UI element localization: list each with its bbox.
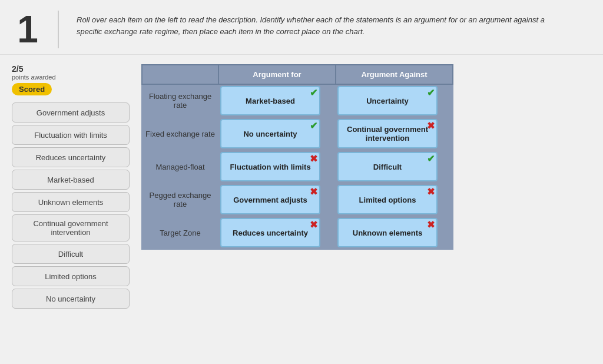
cell-content-fixed-against: Continual government intervention ✖	[337, 119, 438, 148]
cell-target-for[interactable]: Reduces uncertainty ✖	[218, 216, 336, 249]
drag-item-fluctuation-with-limits[interactable]: Fluctuation with limits	[12, 125, 130, 145]
row-label-floating: Floating exchange rate	[142, 84, 218, 117]
cell-text: Limited options	[359, 196, 416, 204]
table-row: Pegged exchange rate Government adjusts …	[142, 183, 453, 216]
cell-text: Government adjusts	[233, 196, 307, 204]
cell-pegged-against[interactable]: Limited options ✖	[336, 183, 453, 216]
cell-floating-for[interactable]: Market-based ✔	[218, 84, 336, 117]
points-label: points awarded	[12, 74, 130, 81]
correct-icon: ✔	[427, 154, 435, 164]
wrong-icon: ✖	[427, 121, 435, 131]
cell-content-managed-for: Fluctuation with limits ✖	[220, 152, 320, 181]
drag-item-government-adjusts[interactable]: Government adjusts	[12, 102, 130, 123]
cell-target-against[interactable]: Unknown elements ✖	[336, 216, 453, 249]
table-row: Fixed exchange rate No uncertainty ✔ Con…	[142, 117, 453, 150]
header: 1 Roll over each item on the left to rea…	[0, 0, 603, 55]
instruction-text: Roll over each item on the left to read …	[77, 11, 559, 37]
drag-item-limited-options[interactable]: Limited options	[12, 266, 130, 286]
col-header-arg-against: Argument Against	[336, 65, 453, 84]
cell-content-fixed-for: No uncertainty ✔	[220, 119, 320, 148]
score-area: 2/5 points awarded Scored	[12, 64, 130, 95]
right-panel: Argument for Argument Against Floating e…	[141, 64, 591, 342]
cell-text: No uncertainty	[243, 130, 297, 138]
row-label-fixed: Fixed exchange rate	[142, 117, 218, 150]
main-content: 2/5 points awarded Scored Government adj…	[0, 55, 603, 351]
cell-fixed-for[interactable]: No uncertainty ✔	[218, 117, 336, 150]
drag-item-unknown-elements[interactable]: Unknown elements	[12, 192, 130, 212]
correct-icon: ✔	[427, 88, 435, 98]
cell-content-floating-for: Market-based ✔	[220, 86, 320, 115]
cell-pegged-for[interactable]: Government adjusts ✖	[218, 183, 336, 216]
cell-content-floating-against: Uncertainty ✔	[337, 86, 438, 115]
empty-header	[142, 65, 218, 84]
wrong-icon: ✖	[427, 187, 435, 197]
cell-content-managed-against: Difficult ✔	[337, 152, 438, 181]
drag-item-no-uncertainty[interactable]: No uncertainty	[12, 289, 130, 309]
col-header-arg-for: Argument for	[218, 65, 336, 84]
cell-managed-for[interactable]: Fluctuation with limits ✖	[218, 150, 336, 183]
drag-item-difficult[interactable]: Difficult	[12, 244, 130, 264]
cell-text: Continual government intervention	[344, 125, 430, 143]
cell-text: Reduces uncertainty	[233, 229, 308, 237]
correct-icon: ✔	[310, 121, 317, 131]
cell-text: Uncertainty	[366, 97, 409, 105]
cell-text: Difficult	[373, 163, 402, 171]
chart-table: Argument for Argument Against Floating e…	[141, 64, 453, 250]
cell-text: Fluctuation with limits	[230, 163, 310, 171]
cell-content-target-for: Reduces uncertainty ✖	[220, 218, 320, 247]
cell-fixed-against[interactable]: Continual government intervention ✖	[336, 117, 453, 150]
drag-item-reduces-uncertainty[interactable]: Reduces uncertainty	[12, 147, 130, 167]
scored-badge: Scored	[12, 83, 52, 95]
table-row: Target Zone Reduces uncertainty ✖ Unknow…	[142, 216, 453, 249]
question-number: 1	[12, 11, 59, 48]
correct-icon: ✔	[310, 88, 317, 98]
drag-item-continual-government[interactable]: Continual government intervention	[12, 214, 130, 241]
row-label-target-zone: Target Zone	[142, 216, 218, 249]
wrong-icon: ✖	[310, 154, 317, 164]
row-label-managed-float: Managed-float	[142, 150, 218, 183]
cell-floating-against[interactable]: Uncertainty ✔	[336, 84, 453, 117]
cell-content-target-against: Unknown elements ✖	[337, 218, 438, 247]
wrong-icon: ✖	[310, 220, 317, 230]
cell-content-pegged-against: Limited options ✖	[337, 185, 438, 214]
cell-content-pegged-for: Government adjusts ✖	[220, 185, 320, 214]
cell-managed-against[interactable]: Difficult ✔	[336, 150, 453, 183]
score-value: 2/5	[12, 64, 130, 74]
cell-text: Unknown elements	[353, 229, 422, 237]
row-label-pegged: Pegged exchange rate	[142, 183, 218, 216]
left-panel: 2/5 points awarded Scored Government adj…	[12, 64, 130, 342]
drag-item-market-based[interactable]: Market-based	[12, 170, 130, 190]
wrong-icon: ✖	[310, 187, 317, 197]
table-header-row: Argument for Argument Against	[142, 65, 453, 84]
wrong-icon: ✖	[427, 220, 435, 230]
table-row: Managed-float Fluctuation with limits ✖ …	[142, 150, 453, 183]
cell-text: Market-based	[246, 97, 295, 105]
table-row: Floating exchange rate Market-based ✔ Un…	[142, 84, 453, 117]
